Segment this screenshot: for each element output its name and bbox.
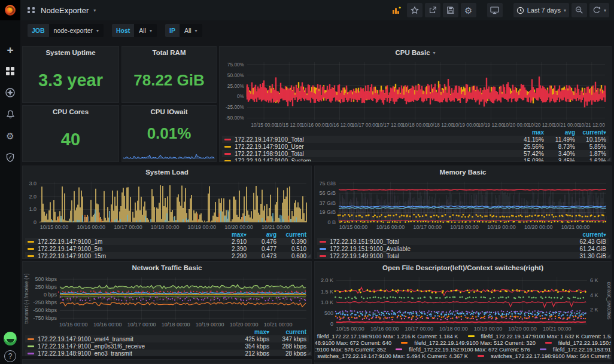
dashboard-title[interactable]: NodeExporter bbox=[41, 6, 89, 15]
dashboards-icon[interactable] bbox=[4, 65, 17, 78]
grafana-logo[interactable] bbox=[0, 0, 20, 20]
star-button[interactable] bbox=[407, 3, 422, 17]
cpu-chart-svg[interactable]: 75.00%50.00%25.00%0%-25.00%-50.00%10/15 … bbox=[220, 59, 611, 129]
legend-row[interactable]: 172.22.19.147:9100_System15.03%3.45%1.62… bbox=[222, 157, 609, 161]
panel-title[interactable]: Total RAM bbox=[122, 47, 216, 59]
panel-title[interactable]: Network Traffic Basic bbox=[23, 262, 311, 274]
legend-item[interactable]: filefd_172.22.19.153:9100 Max: 672 Curre… bbox=[540, 347, 611, 353]
panel-title[interactable]: Open File Descriptor(left)/Context switc… bbox=[315, 262, 611, 274]
share-button[interactable] bbox=[425, 3, 440, 17]
navbar: NodeExporter ▾ ⚙ Last 7 d bbox=[20, 0, 614, 20]
alerting-bell-icon[interactable] bbox=[4, 108, 17, 121]
explore-icon[interactable] bbox=[4, 86, 17, 99]
legend-item[interactable]: filefd_172.22.19.149:9100 Max: 512 Curre… bbox=[401, 340, 536, 346]
legend-sort-header[interactable]: avg bbox=[544, 129, 575, 136]
legend-row[interactable]: 172.22.19.147:9100_enp0s31f6_receive354 … bbox=[25, 342, 309, 350]
legend-row[interactable]: 172.22.19.149:9100_Total31.30 GiB bbox=[317, 252, 609, 258]
filefd-chart[interactable]: 2.0 K1.5 K1.0 K500010/15 00:0010/16 00:0… bbox=[315, 274, 611, 332]
series-name: 172.22.19.147:9100_User bbox=[235, 143, 304, 150]
svg-text:10/17 00:00: 10/17 00:00 bbox=[405, 326, 433, 332]
legend-row[interactable]: 172.22.19.147:9100_5m2.3900.4770.510 bbox=[25, 245, 309, 252]
host-label: Host bbox=[112, 24, 134, 37]
legend-row[interactable]: 172.22.19.147:9100_User25.56%8.73%5.85% bbox=[222, 143, 609, 150]
time-range-picker[interactable]: Last 7 days ▾ bbox=[513, 3, 569, 17]
legend-item[interactable]: filefd_172.22.17.198:9100 Max: 1.216 K C… bbox=[315, 334, 458, 339]
series-stat-value: 354 kbps bbox=[232, 343, 269, 350]
network-chart-svg[interactable]: 500 kbps250 kbps0 bps-250 kbps-500 kbps-… bbox=[23, 274, 311, 328]
legend-sort-header[interactable]: current bbox=[276, 231, 306, 238]
svg-text:transmit (-) /receive (+): transmit (-) /receive (+) bbox=[23, 274, 29, 324]
host-select[interactable]: All▾ bbox=[134, 24, 157, 37]
svg-text:10/16 00:00: 10/16 00:00 bbox=[376, 224, 405, 230]
legend-row[interactable]: 172.22.17.198:9100_Total57.42%3.40%1.87% bbox=[222, 150, 609, 157]
panel-title[interactable]: Memory Basic bbox=[315, 166, 611, 178]
dashboard-title-caret-icon[interactable]: ▾ bbox=[93, 8, 96, 13]
legend-sort-header[interactable]: max▾ bbox=[217, 231, 247, 238]
legend-item[interactable]: filefd_172.22.19.152:9100 Max: 672 Curre… bbox=[396, 347, 530, 353]
iowait-chart-svg[interactable] bbox=[122, 149, 216, 159]
job-select[interactable]: node-exporter▾ bbox=[49, 24, 104, 37]
legend-sort-header[interactable]: max▾ bbox=[232, 329, 269, 335]
legend-row[interactable]: 172.22.19.151:9100_Total62.43 GiB bbox=[317, 238, 609, 245]
panel-title[interactable]: CPU Basic▾ bbox=[220, 47, 611, 59]
svg-text:-750 kbps: -750 kbps bbox=[33, 315, 57, 321]
zoom-out-button[interactable] bbox=[572, 3, 587, 17]
legend-row[interactable]: 172.22.19.147:9100_15m2.2900.4730.600 bbox=[25, 252, 309, 258]
cpu-basic-chart[interactable]: 75.00%50.00%25.00%0%-25.00%-50.00%10/15 … bbox=[220, 59, 611, 129]
server-admin-shield-icon[interactable] bbox=[4, 151, 17, 164]
legend-item[interactable]: filefd_172.22.19.147:9100 Max: 1.632 K C… bbox=[468, 334, 612, 339]
legend-row[interactable]: 172.22.19.147:9100_1m2.9100.4760.390 bbox=[25, 238, 309, 245]
create-icon[interactable]: + bbox=[4, 43, 17, 56]
add-panel-button[interactable] bbox=[389, 3, 405, 17]
series-stat-value: 212 kbps bbox=[232, 350, 269, 356]
panel-menu-caret-icon[interactable]: ▾ bbox=[433, 50, 436, 56]
panel-title[interactable]: System Load bbox=[23, 166, 311, 178]
legend-sort-header[interactable]: max bbox=[513, 129, 544, 136]
refresh-button[interactable]: ▾ bbox=[589, 3, 609, 17]
legend-item[interactable]: filefd_172.22.19.150:9100 Max: 448 Curre… bbox=[545, 340, 611, 346]
panel-resize-handle[interactable] bbox=[307, 351, 311, 355]
load-chart-svg[interactable]: 3.02.01.0010/15 00:0010/16 00:0010/17 00… bbox=[23, 178, 311, 231]
legend-item[interactable]: switches_172.22.17.198:9100 Max: 564 Cur… bbox=[478, 353, 611, 359]
legend-sort-header[interactable]: current bbox=[269, 329, 306, 335]
grafana-logo-icon bbox=[4, 4, 17, 17]
configuration-gear-icon[interactable]: ⚙ bbox=[4, 129, 17, 142]
panel-resize-handle[interactable] bbox=[307, 254, 311, 258]
legend-row[interactable]: 172.22.19.148:9100_eno3_transmit212 kbps… bbox=[25, 350, 309, 356]
svg-text:10/19 00:00: 10/19 00:00 bbox=[452, 122, 479, 128]
legend-row[interactable]: 172.22.19.151:9100_Avaliable61.24 GiB bbox=[317, 245, 609, 252]
legend-sort-header[interactable]: current▾ bbox=[564, 231, 606, 238]
series-name: 172.22.17.198:9100_Total bbox=[235, 151, 304, 157]
legend-item[interactable]: switches_172.22.19.147:9100 Max: 5.494 K… bbox=[315, 353, 468, 359]
user-avatar[interactable] bbox=[4, 332, 17, 345]
legend-row[interactable]: 172.22.19.147:9100_vnet4_transmit425 kbp… bbox=[25, 335, 309, 342]
save-icon bbox=[446, 6, 455, 14]
panel-resize-handle[interactable] bbox=[607, 157, 610, 161]
system-load-chart[interactable]: 3.02.01.0010/15 00:0010/16 00:0010/17 00… bbox=[23, 178, 311, 231]
panel-resize-handle[interactable] bbox=[607, 254, 610, 258]
svg-text:10/17 00:00: 10/17 00:00 bbox=[352, 122, 378, 128]
panel-title[interactable]: System Uptime bbox=[23, 47, 118, 59]
panel-title[interactable]: CPU IOwait bbox=[122, 106, 216, 118]
legend-sort-header[interactable]: current▾ bbox=[575, 129, 606, 136]
save-button[interactable] bbox=[443, 3, 458, 17]
panel-title[interactable]: CPU Cores bbox=[23, 106, 118, 118]
filefd-chart-svg[interactable]: 2.0 K1.5 K1.0 K500010/15 00:0010/16 00:0… bbox=[315, 274, 611, 332]
series-color-swatch bbox=[320, 248, 326, 250]
help-icon[interactable]: ? bbox=[4, 350, 17, 363]
tv-mode-button[interactable] bbox=[487, 3, 503, 17]
series-stat-value: 62.43 GiB bbox=[564, 238, 606, 245]
legend-sort-header[interactable]: avg bbox=[247, 231, 276, 238]
legend-row[interactable]: 172.22.19.147:9100_Total41.15%11.49%10.1… bbox=[222, 136, 609, 143]
svg-text:75.00%: 75.00% bbox=[227, 62, 245, 68]
panel-open-file-descriptor: Open File Descriptor(left)/Context switc… bbox=[314, 261, 612, 360]
legend-item[interactable]: filefd_172.22.19.151:9100 Max: 576 Curre… bbox=[315, 347, 386, 353]
dashboard-settings-button[interactable]: ⚙ bbox=[461, 3, 476, 17]
memory-basic-chart[interactable]: 75 GiB56 GiB37 GiB19 GiB0 B10/15 00:0010… bbox=[315, 178, 611, 231]
network-traffic-chart[interactable]: 500 kbps250 kbps0 bps-250 kbps-500 kbps-… bbox=[23, 274, 311, 328]
refresh-interval-caret-icon[interactable]: ▾ bbox=[604, 8, 606, 13]
memory-chart-svg[interactable]: 75 GiB56 GiB37 GiB19 GiB0 B10/15 00:0010… bbox=[315, 178, 611, 231]
legend-item[interactable]: filefd_172.22.19.148:9100 Max: 672 Curre… bbox=[315, 340, 391, 346]
ip-select[interactable]: All▾ bbox=[180, 24, 202, 37]
panel-resize-handle[interactable] bbox=[607, 356, 610, 359]
